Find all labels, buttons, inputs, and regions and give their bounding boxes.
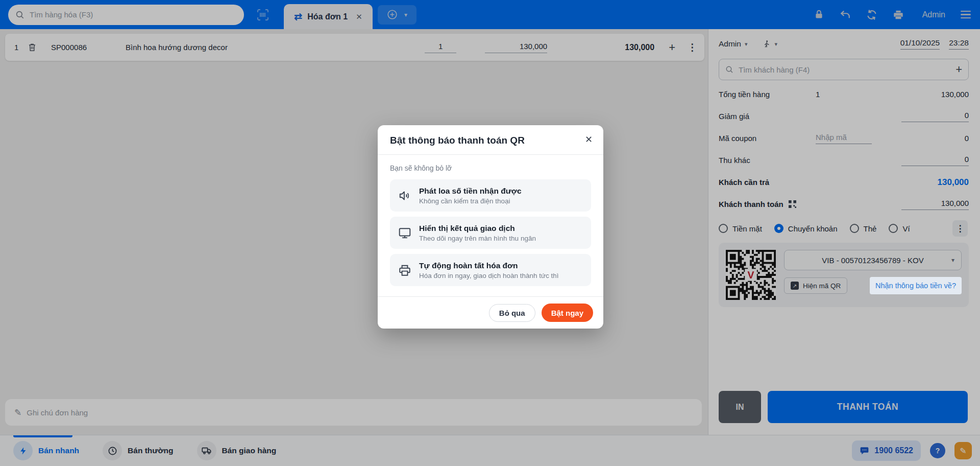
- feature-desc: Hóa đơn in ngay, giao dịch hoàn thành tứ…: [419, 272, 559, 279]
- modal-footer: Bỏ qua Bật ngay: [378, 296, 603, 329]
- printer-icon: [398, 264, 411, 277]
- monitor-icon: [398, 226, 411, 240]
- modal-title: Bật thông báo thanh toán QR: [390, 135, 591, 146]
- feature-speaker: Phát loa số tiền nhận được Không cần kiể…: [390, 179, 591, 212]
- close-icon[interactable]: ✕: [585, 134, 593, 145]
- qr-notification-modal: Bật thông báo thanh toán QR ✕ Bạn sẽ khô…: [378, 125, 603, 329]
- feature-desc: Không cần kiểm tra điện thoại: [419, 197, 522, 205]
- feature-printer: Tự động hoàn tất hóa đơn Hóa đơn in ngay…: [390, 254, 591, 286]
- money-notify-link[interactable]: Nhận thông báo tiền về?: [870, 277, 962, 294]
- modal-subtitle: Bạn sẽ không bỏ lỡ: [390, 164, 591, 172]
- enable-button[interactable]: Bật ngay: [542, 304, 593, 322]
- pos-app: ⇄ Hóa đơn 1 ✕ ▾ Admin 1 SP000086 Bình ho…: [0, 0, 980, 466]
- speaker-icon: [398, 189, 411, 202]
- skip-button[interactable]: Bỏ qua: [489, 304, 535, 322]
- feature-title: Phát loa số tiền nhận được: [419, 187, 522, 196]
- modal-body: Bạn sẽ không bỏ lỡ Phát loa số tiền nhận…: [378, 155, 603, 296]
- modal-header: Bật thông báo thanh toán QR ✕: [378, 125, 603, 155]
- feature-desc: Theo dõi ngay trên màn hình thu ngân: [419, 235, 536, 242]
- feature-title: Tự động hoàn tất hóa đơn: [419, 261, 559, 270]
- feature-monitor: Hiển thị kết quả giao dịch Theo dõi ngay…: [390, 217, 591, 249]
- feature-title: Hiển thị kết quả giao dịch: [419, 224, 536, 233]
